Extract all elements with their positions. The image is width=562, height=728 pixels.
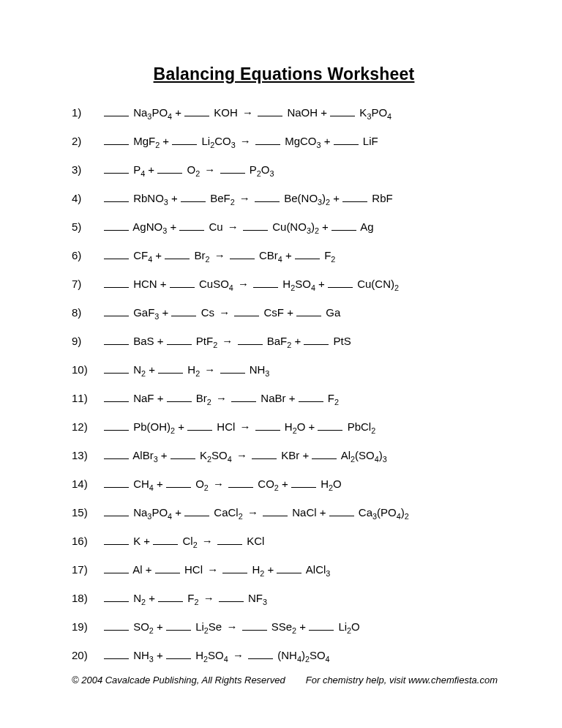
problem-number: 1) xyxy=(72,106,104,119)
coefficient-blank[interactable] xyxy=(166,620,191,631)
coefficient-blank[interactable] xyxy=(157,163,182,174)
coefficient-blank[interactable] xyxy=(104,249,129,259)
reaction-arrow-icon: → xyxy=(238,192,252,204)
coefficient-blank[interactable] xyxy=(228,478,253,488)
coefficient-blank[interactable] xyxy=(217,535,242,545)
problem-number: 10) xyxy=(72,363,104,376)
coefficient-blank[interactable] xyxy=(231,392,256,402)
coefficient-blank[interactable] xyxy=(104,478,129,488)
reaction-arrow-icon: → xyxy=(214,392,228,404)
coefficient-blank[interactable] xyxy=(299,392,323,402)
coefficient-blank[interactable] xyxy=(104,620,129,631)
coefficient-blank[interactable] xyxy=(167,392,192,402)
coefficient-blank[interactable] xyxy=(255,135,280,145)
coefficient-blank[interactable] xyxy=(328,278,353,288)
coefficient-blank[interactable] xyxy=(258,106,282,116)
coefficient-blank[interactable] xyxy=(234,306,259,316)
chemical-species: Cu(NO3)2 xyxy=(272,220,319,233)
coefficient-blank[interactable] xyxy=(104,420,129,431)
coefficient-blank[interactable] xyxy=(104,363,129,374)
coefficient-blank[interactable] xyxy=(104,592,129,602)
equation: MgF2 + Li2CO3 → MgCO3 + LiF xyxy=(104,135,496,148)
coefficient-blank[interactable] xyxy=(222,563,247,573)
coefficient-blank[interactable] xyxy=(171,449,195,459)
chemical-species: SSe2 xyxy=(271,620,296,633)
coefficient-blank[interactable] xyxy=(104,535,129,545)
coefficient-blank[interactable] xyxy=(104,106,129,116)
chemical-species: Pb(OH)2 xyxy=(133,420,175,433)
chemical-species: Li2O xyxy=(338,620,359,633)
coefficient-blank[interactable] xyxy=(291,478,316,488)
coefficient-blank[interactable] xyxy=(304,335,329,345)
problem-number: 15) xyxy=(72,506,104,519)
coefficient-blank[interactable] xyxy=(220,163,245,174)
coefficient-blank[interactable] xyxy=(104,649,129,659)
coefficient-blank[interactable] xyxy=(230,249,255,259)
coefficient-blank[interactable] xyxy=(155,563,180,573)
coefficient-blank[interactable] xyxy=(166,649,191,659)
coefficient-blank[interactable] xyxy=(104,335,129,345)
coefficient-blank[interactable] xyxy=(263,506,288,516)
reaction-arrow-icon: → xyxy=(203,163,217,176)
coefficient-blank[interactable] xyxy=(104,563,129,573)
coefficient-blank[interactable] xyxy=(295,249,320,259)
coefficient-blank[interactable] xyxy=(342,192,367,202)
problem-number: 17) xyxy=(72,563,104,576)
equation: CH4 + O2 → CO2 + H2O xyxy=(104,478,496,491)
coefficient-blank[interactable] xyxy=(172,135,197,145)
coefficient-blank[interactable] xyxy=(220,363,245,374)
coefficient-blank[interactable] xyxy=(277,563,301,573)
coefficient-blank[interactable] xyxy=(334,135,359,145)
chemical-species: PbCl2 xyxy=(348,420,376,433)
problem-row: 10) N2 + H2 → NH3 xyxy=(72,363,496,376)
chemical-species: CBr4 xyxy=(259,249,282,261)
coefficient-blank[interactable] xyxy=(166,478,191,488)
coefficient-blank[interactable] xyxy=(104,278,129,288)
coefficient-blank[interactable] xyxy=(253,278,278,288)
problem-number: 6) xyxy=(72,249,104,262)
coefficient-blank[interactable] xyxy=(171,306,196,316)
reaction-arrow-icon: → xyxy=(226,220,240,233)
coefficient-blank[interactable] xyxy=(104,192,129,202)
coefficient-blank[interactable] xyxy=(238,335,263,345)
coefficient-blank[interactable] xyxy=(242,620,267,631)
coefficient-blank[interactable] xyxy=(104,449,129,459)
coefficient-blank[interactable] xyxy=(167,335,192,345)
chemical-species: PtF2 xyxy=(196,335,217,347)
chemical-species: RbNO3 xyxy=(133,192,168,204)
coefficient-blank[interactable] xyxy=(312,449,337,459)
chemical-species: Br2 xyxy=(196,392,211,404)
coefficient-blank[interactable] xyxy=(153,535,178,545)
coefficient-blank[interactable] xyxy=(219,592,244,602)
coefficient-blank[interactable] xyxy=(184,106,209,116)
coefficient-blank[interactable] xyxy=(248,649,273,659)
coefficient-blank[interactable] xyxy=(187,420,212,431)
coefficient-blank[interactable] xyxy=(252,449,277,459)
chemical-species: NaCl xyxy=(292,506,316,519)
coefficient-blank[interactable] xyxy=(170,278,195,288)
coefficient-blank[interactable] xyxy=(179,220,204,231)
coefficient-blank[interactable] xyxy=(318,420,342,431)
coefficient-blank[interactable] xyxy=(330,106,355,116)
coefficient-blank[interactable] xyxy=(158,592,183,602)
coefficient-blank[interactable] xyxy=(104,506,129,516)
coefficient-blank[interactable] xyxy=(104,220,129,231)
coefficient-blank[interactable] xyxy=(181,192,206,202)
coefficient-blank[interactable] xyxy=(296,306,321,316)
reaction-arrow-icon: → xyxy=(235,449,249,461)
coefficient-blank[interactable] xyxy=(243,220,268,231)
coefficient-blank[interactable] xyxy=(255,420,280,431)
coefficient-blank[interactable] xyxy=(309,620,334,631)
coefficient-blank[interactable] xyxy=(329,506,354,516)
chemical-species: O2 xyxy=(187,163,200,176)
coefficient-blank[interactable] xyxy=(255,192,280,202)
coefficient-blank[interactable] xyxy=(104,306,129,316)
coefficient-blank[interactable] xyxy=(165,249,190,259)
coefficient-blank[interactable] xyxy=(104,392,129,402)
coefficient-blank[interactable] xyxy=(104,135,129,145)
coefficient-blank[interactable] xyxy=(104,163,129,174)
coefficient-blank[interactable] xyxy=(331,220,356,231)
coefficient-blank[interactable] xyxy=(184,506,209,516)
coefficient-blank[interactable] xyxy=(158,363,183,374)
chemical-species: H2SO4 xyxy=(282,278,315,290)
